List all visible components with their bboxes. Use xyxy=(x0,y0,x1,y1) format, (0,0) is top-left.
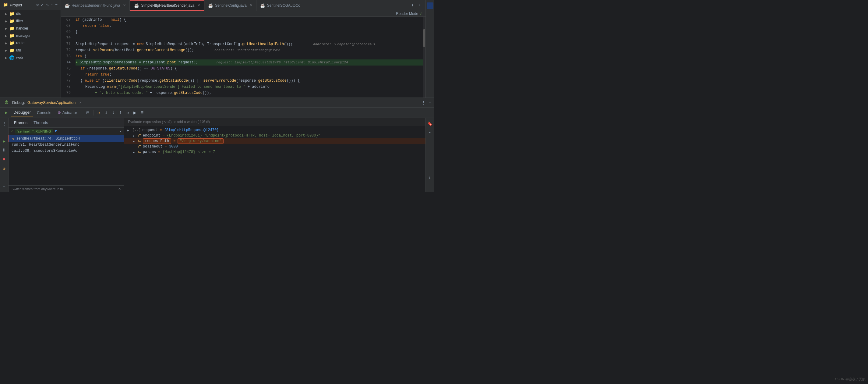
refresh-icon: ↺ xyxy=(12,136,14,141)
tag-icon: 🏷 xyxy=(138,139,141,143)
scrollbar-thumb xyxy=(423,29,425,47)
var-row-params[interactable]: ▶ 🏷 params = {HashMap@12478} size = 7 xyxy=(124,149,426,155)
expand-icon[interactable]: ▾ xyxy=(119,129,122,134)
resume-icon[interactable]: ▶ xyxy=(3,110,10,116)
sidebar-header-icons: ⊙ ⤢ ⤡ ⋯ − xyxy=(36,2,58,7)
more-tabs-icon[interactable]: ⋮ xyxy=(415,3,423,8)
expand-icon: ▶ xyxy=(127,128,131,132)
frame-item-2[interactable]: run:91, HeartbeatSenderInitFunc xyxy=(8,142,124,148)
handler-label: handler xyxy=(16,26,28,30)
step-into-btn[interactable]: ↓ xyxy=(110,110,116,116)
chevron-right-icon: ▶ xyxy=(5,20,7,23)
sidebar-item-manager[interactable]: ▶ 📁 manager xyxy=(0,32,61,39)
tabs-overflow: ⬇ ⋮ xyxy=(407,3,426,8)
frame-item-3[interactable]: call:539, Executors$RunnableAc xyxy=(8,148,124,154)
close-debug-button[interactable]: ✕ xyxy=(79,100,81,105)
tab-frames[interactable]: Frames xyxy=(11,119,30,126)
code-editor: 67 68 69 70 71 72 73 74 75 76 77 78 79 i… xyxy=(61,17,426,97)
folder-handler-icon: 📁 xyxy=(9,26,14,31)
evaluate-btn[interactable]: ▶ xyxy=(132,109,138,116)
tag-icon: 🏷 xyxy=(138,150,141,154)
watch-btn[interactable]: ≡ xyxy=(139,110,145,116)
var-row-endpoint[interactable]: ▶ 🏷 endpoint = {Endpoint@12461} "Endpoin… xyxy=(124,133,426,138)
sidebar-item-web[interactable]: ▶ 🌐 web xyxy=(0,54,61,61)
code-line-71: SimpleHttpRequest request = new SimpleHt… xyxy=(75,41,423,47)
tab-heartbeat-init[interactable]: ☕ HeartbeatSenderInitFunc.java ✕ xyxy=(61,0,130,11)
filter-icon[interactable]: ▼ xyxy=(55,129,57,134)
more-icon[interactable]: ⋮ xyxy=(427,183,433,189)
var-row-root[interactable]: ▶ {..} request = {SimpleHttpRequest@1247… xyxy=(124,127,426,133)
sidebar-item-util[interactable]: ▶ 📁 util xyxy=(0,47,61,54)
vertical-scrollbar[interactable] xyxy=(423,17,426,97)
manager-label: manager xyxy=(16,33,30,38)
sidebar-header: 📁 Project ⊙ ⤢ ⤡ ⋯ − xyxy=(0,0,61,10)
settings-icon[interactable]: ⊙ xyxy=(36,2,39,7)
mute-breakpoints-btn[interactable]: ⊘ xyxy=(1,165,8,172)
tab-sentinel-scg[interactable]: ☕ SentinelSCGAutoCo xyxy=(256,0,304,11)
expand-icon: ▶ xyxy=(133,134,136,138)
var-row-sotimeout[interactable]: 🏷 soTimeout = 3000 xyxy=(124,144,426,149)
restart-btn[interactable]: ↺ xyxy=(96,109,102,116)
more-icon[interactable]: ⋯ xyxy=(51,2,53,7)
tab-close-button[interactable]: ✕ xyxy=(250,3,252,7)
expand-icon: ▶ xyxy=(133,140,136,143)
tab-close-button[interactable]: ✕ xyxy=(197,3,200,7)
step-over-btn[interactable]: ⬇ xyxy=(103,109,109,116)
bookmark-icon[interactable]: 🔖 xyxy=(427,120,433,127)
chevron-right-icon: ▶ xyxy=(5,49,7,52)
frames-filter-row: ✓ "sentinel...": RUNNING ▼ ▾ xyxy=(8,128,124,135)
code-line-68: return false; xyxy=(75,23,423,29)
reader-mode-button[interactable]: Reader Mode ✓ xyxy=(396,11,423,16)
scroll-down-icon[interactable]: ⬇ xyxy=(409,3,415,8)
tab-simplehttp[interactable]: ☕ SimpleHttpHeartbeatSender.java ✕ xyxy=(130,0,204,11)
variable-tree: ▶ {..} request = {SimpleHttpRequest@1247… xyxy=(124,126,426,156)
layout-btn[interactable]: ⊞ xyxy=(85,109,91,116)
sidebar-item-route[interactable]: ▶ 📁 route xyxy=(0,39,61,47)
expand-icon: ▶ xyxy=(133,151,136,154)
sidebar-item-dto[interactable]: ▶ 📁 dto xyxy=(0,10,61,18)
chevron-down-icon[interactable]: ▾ xyxy=(427,129,433,136)
more-breakpoints-icon[interactable]: ⋮ xyxy=(1,120,8,127)
tab-sentinel-config[interactable]: ☕ SentinelConfig.java ✕ xyxy=(204,0,256,11)
code-line-75: if (response.getStatusCode() == OK_STATU… xyxy=(75,65,423,71)
collapse-icon[interactable]: ⤡ xyxy=(46,2,49,7)
sidebar-item-filter[interactable]: ▶ 📁 filter xyxy=(0,18,61,25)
tab-console[interactable]: Console xyxy=(34,109,54,116)
var-val-sotimeout: 3000 xyxy=(169,144,178,149)
minimize-icon[interactable]: − xyxy=(429,100,431,105)
toolbar-separator xyxy=(82,110,82,116)
var-row-requestpath[interactable]: ▶ 🏷 requestPath = "/registry/machine" xyxy=(124,138,426,144)
expand-icon[interactable]: ⤢ xyxy=(40,2,44,7)
run-to-cursor-btn[interactable]: ⇥ xyxy=(125,109,131,116)
debug-app-name: GatewayServiceApplication xyxy=(27,100,75,105)
scroll-down-icon[interactable]: ⬇ xyxy=(427,174,433,181)
editor-area: ☕ HeartbeatSenderInitFunc.java ✕ ☕ Simpl… xyxy=(61,0,426,97)
grid-icon[interactable]: ⊞ xyxy=(427,2,433,9)
sidebar-title: Project xyxy=(10,3,22,7)
pause-btn[interactable]: ⏸ xyxy=(1,147,8,154)
sidebar-item-handler[interactable]: ▶ 📁 handler xyxy=(0,25,61,32)
step-out-btn[interactable]: ↑ xyxy=(118,110,124,116)
folder-dto-icon: 📁 xyxy=(9,11,14,16)
more-icon[interactable]: ⋮ xyxy=(422,100,426,105)
minus-icon[interactable]: − xyxy=(55,2,58,7)
resume-btn[interactable]: ▶ xyxy=(1,138,8,144)
frame-text: call:539, Executors$RunnableAc xyxy=(11,149,78,153)
debug-title: Debug: xyxy=(12,100,25,105)
check-icon: ✓ xyxy=(420,11,423,16)
folder-icon: 📁 xyxy=(3,2,8,7)
tab-actuator[interactable]: ⚙ Actuator xyxy=(55,109,80,116)
var-val-endpoint: {Endpoint@12461} "Endpoint{protocol=HTTP… xyxy=(167,134,320,138)
tabs-bar: ☕ HeartbeatSenderInitFunc.java ✕ ☕ Simpl… xyxy=(61,0,426,11)
folder-util-icon: 📁 xyxy=(9,48,14,53)
more-icon2[interactable]: ⋯ xyxy=(1,183,8,189)
check-icon: ✓ xyxy=(11,129,13,134)
tab-close-button[interactable]: ✕ xyxy=(123,3,126,7)
close-note-icon[interactable]: ✕ xyxy=(118,187,121,191)
actuator-icon: ⚙ xyxy=(58,110,61,115)
tab-threads[interactable]: Threads xyxy=(30,119,51,126)
stop-btn[interactable]: ■ xyxy=(1,156,8,163)
tab-debugger[interactable]: Debugger xyxy=(11,109,33,116)
folder-route-icon: 📁 xyxy=(9,40,14,46)
frame-item-active[interactable]: ↺ sendHeartbeat:74, SimpleHttpH xyxy=(8,135,124,142)
